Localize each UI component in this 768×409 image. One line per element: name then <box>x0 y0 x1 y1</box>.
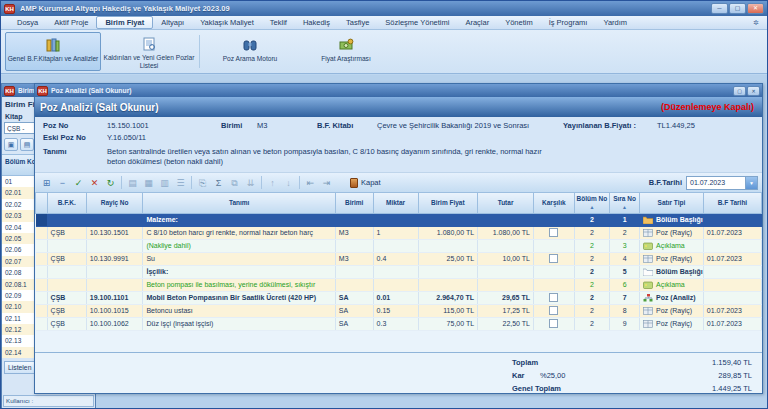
menu-hakedis[interactable]: Hakediş <box>295 17 338 28</box>
analysis-table-row[interactable]: Beton pompası ile basılması, yerine dökü… <box>36 278 762 291</box>
cell-karsilik <box>534 213 575 226</box>
menu-dosya[interactable]: Dosya <box>9 17 46 28</box>
menu-birim-fiyat[interactable]: Birim Fiyat <box>96 16 153 29</box>
menu-yardim[interactable]: Yardım <box>595 17 635 28</box>
karsilik-checkbox[interactable] <box>549 293 558 302</box>
analysis-table-row[interactable]: Malzeme: 2 1 Bölüm Başlığı <box>36 213 762 226</box>
cell-miktar: 1 <box>373 226 418 239</box>
ribbon-pin-icon[interactable]: ✲ <box>753 19 759 27</box>
ribbon-toolbar: Genel B.F.Kitapları ve Analizler Kaldırı… <box>1 30 767 74</box>
aciklama-icon <box>643 281 653 289</box>
cell-sira: 6 <box>610 278 640 291</box>
last-record-icon[interactable]: ⇥ <box>319 175 334 190</box>
chevron-down-icon[interactable]: ▼ <box>745 177 757 189</box>
add-row-icon[interactable]: ⊞ <box>39 175 54 190</box>
col-karsilik[interactable]: Karşılık <box>534 193 575 213</box>
cell-miktar: 0.3 <box>373 317 418 330</box>
accept-icon[interactable]: ✓ <box>71 175 86 190</box>
analysis-table-row[interactable]: ÇŞB 19.100.1101 Mobil Beton Pompasının B… <box>36 291 762 304</box>
ribbon-fiyat-arastirmasi-button[interactable]: Fiyat Araştırması <box>298 32 394 71</box>
col-birim-fiyat[interactable]: Birim Fiyat <box>418 193 478 213</box>
cell-bolum: 2 <box>574 304 610 317</box>
analysis-table-row[interactable]: ÇŞB 10.130.9991 Su M3 0.4 25,00 TL 10,00… <box>36 252 762 265</box>
ribbon-button-label: Kaldırılan ve Yeni Gelen Pozlar Listesi <box>103 54 195 70</box>
preview-icon[interactable]: ▣ <box>4 138 18 151</box>
insert-image-icon[interactable]: ▥ <box>157 175 172 190</box>
col-birimi[interactable]: Birimi <box>335 193 373 213</box>
col-bolum-no[interactable]: Bölüm No ▲ <box>574 193 610 213</box>
bf-tarihi-combo[interactable]: 01.07.2023 ▼ <box>686 176 758 190</box>
ribbon-genel-bf-kitaplari-button[interactable]: Genel B.F.Kitapları ve Analizler <box>5 32 101 71</box>
app-logo-icon: KH <box>4 4 15 14</box>
cell-sira: 4 <box>610 252 640 265</box>
col-sira-no[interactable]: Sıra No ▲ <box>610 193 640 213</box>
paste-icon[interactable]: ⇊ <box>243 175 258 190</box>
menu-aktif-proje[interactable]: Aktif Proje <box>46 17 96 28</box>
copy-icon[interactable]: ⧉ <box>227 175 242 190</box>
table-header-row: B.F.K. Rayiç No Tanımı Birimi Miktar Bir… <box>36 193 762 213</box>
preview-icon[interactable]: ▦ <box>141 175 156 190</box>
move-down-icon[interactable]: ↓ <box>281 175 296 190</box>
cell-bf-tarihi <box>703 278 761 291</box>
menu-teklif[interactable]: Teklif <box>262 17 295 28</box>
karsilik-checkbox[interactable] <box>549 306 558 315</box>
col-rayic-no[interactable]: Rayiç No <box>86 193 143 213</box>
ribbon-kaldirilan-pozlar-button[interactable]: Kaldırılan ve Yeni Gelen Pozlar Listesi <box>101 32 197 71</box>
karsilik-checkbox[interactable] <box>549 228 558 237</box>
poz-no-label: Poz No <box>43 121 68 130</box>
cancel-icon[interactable]: ✕ <box>87 175 102 190</box>
analysis-table-row[interactable]: (Nakliye dahil) 2 3 Açıklama <box>36 239 762 252</box>
poz-rayic-icon <box>643 307 653 315</box>
cell-sira: 7 <box>610 291 640 304</box>
analysis-table-row[interactable]: ÇŞB 10.100.1062 Düz işçi (inşaat işçisi)… <box>36 317 762 330</box>
karsilik-checkbox[interactable] <box>549 254 558 263</box>
menu-yaklasik-maliyet[interactable]: Yaklaşık Maliyet <box>192 17 262 28</box>
close-button[interactable]: ✕ <box>747 3 764 14</box>
col-miktar[interactable]: Miktar <box>373 193 418 213</box>
cell-bfk: ÇŞB <box>47 317 86 330</box>
first-record-icon[interactable]: ⇤ <box>303 175 318 190</box>
minimize-button[interactable]: ─ <box>711 3 728 14</box>
menu-is-programi[interactable]: İş Programı <box>541 17 596 28</box>
col-bfk[interactable]: B.F.K. <box>47 193 86 213</box>
sum-icon[interactable]: Σ <box>211 175 226 190</box>
menu-altyapi[interactable]: Altyapı <box>153 17 192 28</box>
totals-separator <box>35 352 762 353</box>
cell-bfk <box>47 239 86 252</box>
dialog-close-button[interactable]: ✕ <box>747 86 760 96</box>
ribbon-poz-arama-button[interactable]: Poz Arama Motoru <box>202 32 298 71</box>
row-gutter <box>36 252 48 265</box>
cell-tanim: Malzeme: <box>143 213 335 226</box>
print-icon[interactable]: ⎘ <box>195 175 210 190</box>
col-satir-tipi[interactable]: Satır Tipi <box>639 193 703 213</box>
dialog-title-bar[interactable]: KH Poz Analizi (Salt Okunur) ▢ ✕ <box>35 84 762 97</box>
col-tutar[interactable]: Tutar <box>478 193 534 213</box>
cell-satir-tipi: Bölüm Başlığı <box>639 213 703 226</box>
cell-satir-tipi: Açıklama <box>639 239 703 252</box>
refresh-icon[interactable]: ↻ <box>103 175 118 190</box>
price-research-icon <box>338 36 354 53</box>
cell-miktar: 0.4 <box>373 252 418 265</box>
cell-bfk: ÇŞB <box>47 252 86 265</box>
analysis-table-row[interactable]: ÇŞB 10.130.1501 C 8/10 beton harcı gri r… <box>36 226 762 239</box>
cell-tutar: 10,00 TL <box>478 252 534 265</box>
analysis-table-row[interactable]: İşçilik: 2 5 Bölüm Başlığı <box>36 265 762 278</box>
hierarchy-icon[interactable]: ☰ <box>173 175 188 190</box>
export-icon[interactable]: ▤ <box>20 138 34 151</box>
maximize-button[interactable]: ▢ <box>729 3 746 14</box>
remove-row-icon[interactable]: − <box>55 175 70 190</box>
cell-sira: 9 <box>610 317 640 330</box>
menu-araclar[interactable]: Araçlar <box>457 17 497 28</box>
analysis-table-row[interactable]: ÇŞB 10.100.1015 Betoncu ustası SA 0.15 1… <box>36 304 762 317</box>
karsilik-checkbox[interactable] <box>549 319 558 328</box>
dialog-restore-button[interactable]: ▢ <box>733 86 746 96</box>
col-bf-tarihi[interactable]: B.F Tarihi <box>703 193 761 213</box>
menu-tasfiye[interactable]: Tasfiye <box>338 17 377 28</box>
col-tanimi[interactable]: Tanımı <box>143 193 335 213</box>
export-icon[interactable]: ▤ <box>125 175 140 190</box>
kapat-button[interactable]: Kapat <box>343 176 388 190</box>
pozlar-listesi-icon <box>141 36 157 52</box>
menu-sozlesme-yonetimi[interactable]: Sözleşme Yönetimi <box>377 17 457 28</box>
move-up-icon[interactable]: ↑ <box>265 175 280 190</box>
menu-yonetim[interactable]: Yönetim <box>497 17 541 28</box>
